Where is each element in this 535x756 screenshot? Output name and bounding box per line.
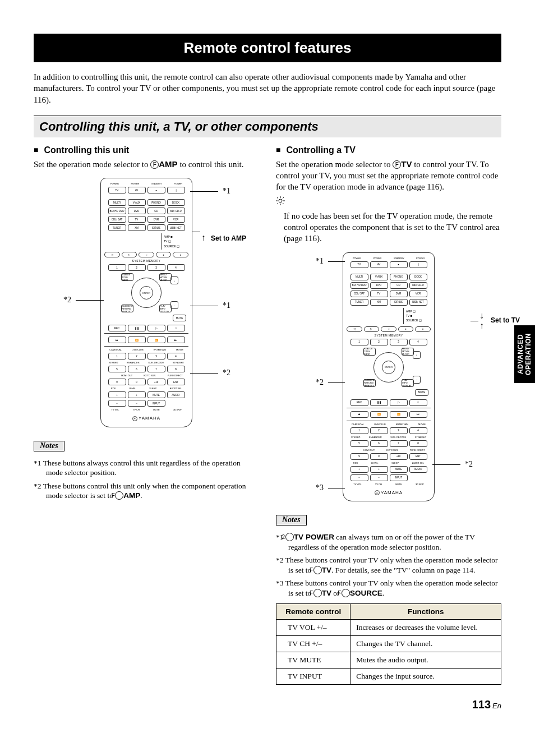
b[interactable]: 2 bbox=[370, 427, 388, 434]
b[interactable]: AUDIO bbox=[409, 466, 427, 473]
btn-bd[interactable]: BD/ HD DVD bbox=[108, 208, 126, 214]
btn-vcr[interactable]: VCR bbox=[167, 216, 185, 223]
btn-enter[interactable]: ENTER bbox=[140, 286, 153, 299]
btn-8[interactable]: 8 bbox=[167, 366, 185, 372]
btn-status[interactable]: STATUS TITLE BAND bbox=[121, 273, 133, 281]
b[interactable]: MUTE bbox=[415, 389, 428, 396]
b[interactable]: – bbox=[370, 474, 388, 481]
btn-dock[interactable]: DOCK bbox=[167, 199, 185, 206]
b[interactable]: ENT bbox=[409, 453, 427, 460]
b[interactable]: USB/ NET bbox=[409, 299, 427, 306]
btn-pause[interactable]: ❚❚ bbox=[128, 325, 146, 331]
b[interactable]: MULTI bbox=[350, 274, 368, 280]
btn-tv-power-r[interactable]: TV bbox=[350, 261, 368, 268]
btn-1[interactable]: 1 bbox=[108, 353, 126, 359]
b[interactable]: – bbox=[413, 376, 421, 384]
b[interactable]: TUNER bbox=[350, 299, 368, 306]
b[interactable]: 7 bbox=[390, 440, 408, 447]
btn-mem1[interactable]: 1 bbox=[108, 264, 126, 271]
btn-cblsat[interactable]: CBL/ SAT bbox=[108, 216, 126, 223]
btn-dvr[interactable]: DVR bbox=[147, 216, 165, 223]
btn-audio-sel[interactable]: ● bbox=[156, 252, 172, 257]
b[interactable]: 4 bbox=[409, 427, 427, 434]
btn-volplus[interactable]: + bbox=[170, 276, 178, 284]
b[interactable]: – bbox=[350, 474, 368, 481]
b[interactable]: 1 bbox=[350, 339, 368, 345]
b[interactable]: XM bbox=[370, 299, 388, 306]
btn-display[interactable]: PLAY INFO DISPLAY bbox=[159, 305, 172, 312]
b[interactable]: SIRIUS bbox=[390, 299, 408, 306]
btn-lvl-p[interactable]: + bbox=[128, 391, 146, 398]
btn-2[interactable]: 2 bbox=[128, 353, 146, 359]
b[interactable]: ● bbox=[398, 326, 414, 332]
btn-tvinput[interactable]: INPUT bbox=[147, 400, 165, 407]
r[interactable]: ENTER bbox=[373, 352, 404, 382]
btn-mdcdr[interactable]: MD/ CD-R bbox=[167, 208, 185, 214]
b[interactable]: MUTE bbox=[390, 466, 408, 473]
b[interactable]: STATUS TITLE BAND bbox=[363, 348, 376, 356]
b[interactable]: 0 bbox=[370, 453, 388, 460]
btn-sirius[interactable]: SIRIUS bbox=[147, 224, 165, 231]
b[interactable]: MD/ CD-R bbox=[409, 282, 427, 289]
btn-mem3[interactable]: 3 bbox=[147, 264, 165, 271]
b[interactable]: VCR bbox=[409, 291, 427, 297]
btn-rec[interactable]: REC bbox=[108, 325, 126, 331]
b[interactable]: ☼ bbox=[381, 326, 396, 332]
btn-ff[interactable]: ⏩ bbox=[147, 336, 165, 343]
btn-skipback[interactable]: ⏮ bbox=[108, 336, 126, 343]
b[interactable]: 9 bbox=[350, 453, 368, 460]
b[interactable]: SUBMENU RETURN MEMORY bbox=[363, 379, 376, 387]
btn-usbnet[interactable]: USB/ NET bbox=[167, 224, 185, 231]
btn-tuner[interactable]: TUNER bbox=[108, 224, 126, 231]
btn-power-r[interactable]: ❘ bbox=[409, 261, 427, 268]
b[interactable]: REC bbox=[350, 399, 368, 406]
b[interactable]: TV bbox=[370, 291, 388, 297]
btn-ent[interactable]: ENT bbox=[167, 379, 185, 385]
btn-9[interactable]: 9 bbox=[108, 379, 126, 385]
b[interactable]: □ bbox=[409, 399, 427, 406]
btn-mem2[interactable]: 2 bbox=[128, 264, 146, 271]
dpad-ring[interactable]: ENTER bbox=[131, 278, 162, 308]
b[interactable]: CBL/ SAT bbox=[350, 291, 368, 297]
btn-return[interactable]: SUBMENU RETURN MEMORY bbox=[121, 305, 133, 312]
btn-multi[interactable]: MULTI bbox=[108, 199, 126, 206]
btn-vol-p[interactable]: + bbox=[108, 391, 126, 398]
btn-setup[interactable]: ☼ bbox=[139, 252, 154, 257]
b[interactable]: ▷ bbox=[390, 399, 408, 406]
b[interactable]: DVD bbox=[370, 282, 388, 289]
b[interactable]: ❚❚ bbox=[370, 399, 388, 406]
btn-plus10[interactable]: +10 bbox=[147, 379, 165, 385]
b[interactable]: BD/ HD DVD bbox=[350, 282, 368, 289]
b[interactable]: 2 bbox=[370, 339, 388, 345]
mode-selector-tv[interactable]: AMP ◻ TV ■ SOURCE ◻ bbox=[403, 308, 431, 324]
b[interactable]: + bbox=[350, 466, 368, 473]
b[interactable]: DVR bbox=[390, 291, 408, 297]
btn-standby[interactable]: ● bbox=[147, 187, 165, 193]
mode-selector[interactable]: AMP ■ TV ◻ SOURCE ◻ bbox=[161, 233, 188, 250]
btn-lvl-m[interactable]: – bbox=[128, 400, 146, 407]
b[interactable]: 3 bbox=[390, 427, 408, 434]
btn-select-next[interactable]: ▷ bbox=[122, 252, 137, 257]
btn-6[interactable]: 6 bbox=[128, 366, 146, 372]
b[interactable]: ⏮ bbox=[350, 411, 368, 418]
b[interactable]: ⏪ bbox=[370, 411, 388, 418]
b[interactable]: +10 bbox=[390, 453, 408, 460]
b[interactable]: ▷ bbox=[364, 326, 380, 332]
btn-av-power-r[interactable]: AV bbox=[370, 261, 388, 268]
btn-power[interactable]: ❘ bbox=[167, 187, 185, 193]
btn-audio[interactable]: AUDIO bbox=[167, 391, 185, 398]
btn-menu[interactable]: MENU MOVIE MUSIC bbox=[159, 273, 172, 281]
b[interactable]: DOCK bbox=[409, 274, 427, 280]
btn-vol-m[interactable]: – bbox=[108, 400, 126, 407]
b[interactable]: 8 bbox=[409, 440, 427, 447]
btn-3[interactable]: 3 bbox=[147, 353, 165, 359]
btn-sleep[interactable]: MUTE bbox=[147, 391, 165, 398]
b[interactable]: + bbox=[370, 466, 388, 473]
b[interactable]: 6 bbox=[370, 440, 388, 447]
btn-xm[interactable]: XM bbox=[128, 224, 146, 231]
btn-dvd[interactable]: DVD bbox=[128, 208, 146, 214]
btn-stop[interactable]: □ bbox=[167, 325, 185, 331]
b[interactable]: ⏭ bbox=[409, 411, 427, 418]
b[interactable]: 1 bbox=[350, 427, 368, 434]
btn-standby-r[interactable]: ● bbox=[390, 261, 408, 268]
